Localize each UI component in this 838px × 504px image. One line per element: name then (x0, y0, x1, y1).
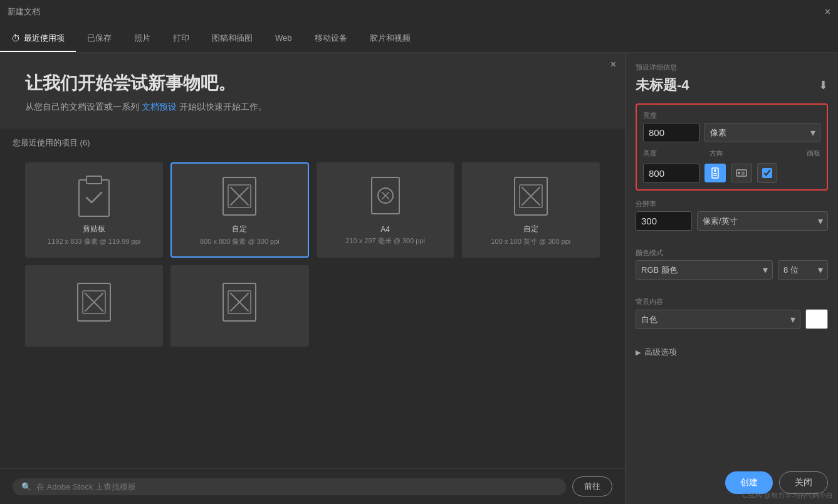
preset-name-a4: A4 (380, 225, 390, 234)
height-row (643, 163, 820, 183)
preset-info-clipboard: 1192 x 833 像素 @ 119.99 ppi (48, 237, 140, 246)
svg-rect-1 (86, 176, 102, 184)
unit-select[interactable]: 像素 英寸 厘米 毫米 点 派卡 (704, 123, 820, 142)
height-label: 高度 (643, 149, 699, 158)
color-mode-select-wrapper: RGB 颜色 CMYK 颜色 Lab 颜色 灰度 位图 (636, 260, 773, 280)
resolution-input[interactable] (636, 211, 692, 231)
advanced-options-row[interactable]: ▶ 高级选项 (636, 347, 828, 358)
bits-select[interactable]: 8 位 16 位 32 位 (778, 260, 828, 280)
tab-photo-label: 照片 (134, 33, 150, 44)
highlight-section: 宽度 像素 英寸 厘米 毫米 点 派卡 高度 方向 (636, 103, 828, 191)
landscape-orientation-button[interactable] (731, 164, 752, 182)
width-input[interactable] (643, 123, 699, 142)
tab-saved[interactable]: 已保存 (76, 24, 123, 52)
preset-icon-clipboard (74, 174, 114, 219)
save-preset-icon[interactable]: ⬇ (819, 78, 828, 92)
search-input-wrapper: 🔍 (13, 478, 566, 495)
preset-card-empty2[interactable] (170, 265, 308, 347)
preset-icon-empty2 (219, 280, 259, 325)
preset-card-empty1[interactable] (25, 265, 163, 347)
tab-saved-label: 已保存 (87, 33, 112, 44)
presets-grid: 剪贴板 1192 x 833 像素 @ 119.99 ppi 自定 (13, 162, 612, 347)
window-close-button[interactable]: × (825, 7, 830, 17)
landscape-icon (736, 167, 747, 179)
hero-banner: × 让我们开始尝试新事物吧。 从您自己的文档设置或一系列 文档预设 开始以快速开… (0, 53, 625, 129)
svg-rect-29 (741, 174, 745, 175)
bg-color-swatch[interactable] (805, 309, 828, 329)
preset-name-custom2: 自定 (523, 224, 538, 234)
search-go-button[interactable]: 前往 (572, 476, 612, 496)
width-label: 宽度 (643, 111, 820, 120)
tab-web-label: Web (275, 33, 292, 43)
artboard-checkbox[interactable] (762, 168, 772, 178)
recent-section: 您最近使用的项目 (6) (0, 129, 625, 162)
preset-icon-custom1 (219, 174, 259, 219)
color-mode-label: 颜色模式 (636, 248, 828, 258)
tab-illustration[interactable]: 图稿和插图 (201, 24, 264, 52)
portrait-icon (710, 167, 721, 179)
two-col-labels: 高度 方向 画板 (643, 149, 820, 160)
tab-recent[interactable]: ⏱ 最近使用项 (0, 24, 76, 52)
orientation-label: 方向 (710, 149, 723, 158)
chevron-right-icon: ▶ (636, 349, 641, 357)
height-input[interactable] (643, 164, 699, 183)
resolution-label: 分辨率 (636, 199, 828, 209)
preset-icon-custom2 (511, 174, 551, 219)
tab-mobile-label: 移动设备 (315, 33, 347, 44)
preset-detail-label: 预设详细信息 (636, 63, 828, 72)
tab-web[interactable]: Web (264, 24, 303, 52)
title-bar: 新建文档 × (0, 0, 838, 24)
bottom-buttons: 创建 关闭 (636, 465, 828, 494)
tab-recent-label: 最近使用项 (24, 33, 65, 44)
hero-close-button[interactable]: × (610, 59, 616, 70)
width-row: 像素 英寸 厘米 毫米 点 派卡 (643, 123, 820, 142)
artboard-label: 画板 (807, 149, 820, 158)
preset-info-custom1: 800 x 800 像素 @ 300 ppi (200, 237, 280, 246)
tab-film-label: 胶片和视频 (370, 33, 411, 44)
bg-section: 背景内容 白色 黑色 背景色 透明 自定义... (636, 297, 828, 338)
preset-card-custom1[interactable]: 自定 800 x 800 像素 @ 300 ppi (170, 162, 308, 258)
bg-label: 背景内容 (636, 297, 828, 307)
bg-select-wrapper: 白色 黑色 背景色 透明 自定义... (636, 310, 800, 329)
svg-rect-0 (79, 180, 109, 216)
hero-subtitle-text: 从您自己的文档设置或一系列 (25, 102, 139, 112)
hero-link[interactable]: 文档预设 (142, 102, 177, 112)
preset-card-a4[interactable]: A4 210 x 297 毫米 @ 300 ppi (317, 162, 454, 258)
tab-film[interactable]: 胶片和视频 (359, 24, 422, 52)
clock-icon: ⏱ (11, 33, 20, 43)
svg-rect-24 (713, 173, 717, 174)
presets-grid-wrapper: 剪贴板 1192 x 833 像素 @ 119.99 ppi 自定 (0, 162, 625, 468)
color-mode-row: RGB 颜色 CMYK 颜色 Lab 颜色 灰度 位图 8 位 16 位 32 … (636, 260, 828, 280)
preset-card-clipboard[interactable]: 剪贴板 1192 x 833 像素 @ 119.99 ppi (25, 162, 163, 258)
artboard-checkbox-wrapper[interactable] (757, 163, 777, 183)
preset-name-clipboard: 剪贴板 (83, 224, 105, 234)
hero-subtitle-end: 开始以快速开始工作。 (179, 102, 267, 112)
tab-mobile[interactable]: 移动设备 (303, 24, 359, 52)
res-unit-select[interactable]: 像素/英寸 像素/厘米 (697, 211, 828, 231)
recent-label: 您最近使用的项目 (6) (13, 137, 612, 149)
resolution-section: 分辨率 像素/英寸 像素/厘米 (636, 199, 828, 239)
tab-print[interactable]: 打印 (162, 24, 201, 52)
portrait-orientation-button[interactable] (704, 164, 726, 182)
res-unit-select-wrapper: 像素/英寸 像素/厘米 (697, 211, 828, 231)
preset-info-a4: 210 x 297 毫米 @ 300 ppi (345, 236, 425, 246)
preset-card-custom2[interactable]: 自定 100 x 100 英寸 @ 300 ppi (462, 162, 600, 258)
left-panel: × 让我们开始尝试新事物吧。 从您自己的文档设置或一系列 文档预设 开始以快速开… (0, 53, 625, 504)
hero-title: 让我们开始尝试新事物吧。 (25, 71, 600, 95)
search-input[interactable] (36, 482, 557, 491)
color-mode-section: 颜色模式 RGB 颜色 CMYK 颜色 Lab 颜色 灰度 位图 8 位 16 … (636, 248, 828, 288)
tab-photo[interactable]: 照片 (123, 24, 162, 52)
preset-name-custom1: 自定 (232, 224, 247, 234)
main-layout: × 让我们开始尝试新事物吧。 从您自己的文档设置或一系列 文档预设 开始以快速开… (0, 53, 838, 504)
svg-rect-28 (741, 172, 745, 173)
color-mode-select[interactable]: RGB 颜色 CMYK 颜色 Lab 颜色 灰度 位图 (636, 260, 773, 280)
bits-select-wrapper: 8 位 16 位 32 位 (778, 260, 828, 280)
bg-select[interactable]: 白色 黑色 背景色 透明 自定义... (636, 310, 800, 329)
svg-point-27 (738, 172, 740, 174)
panel-title-row: 未标题-4 ⬇ (636, 76, 828, 95)
tab-illustration-label: 图稿和插图 (212, 33, 253, 44)
resolution-row: 像素/英寸 像素/厘米 (636, 211, 828, 231)
document-title: 未标题-4 (636, 76, 689, 95)
unit-select-wrapper: 像素 英寸 厘米 毫米 点 派卡 (704, 123, 820, 142)
advanced-options-label: 高级选项 (644, 347, 677, 358)
